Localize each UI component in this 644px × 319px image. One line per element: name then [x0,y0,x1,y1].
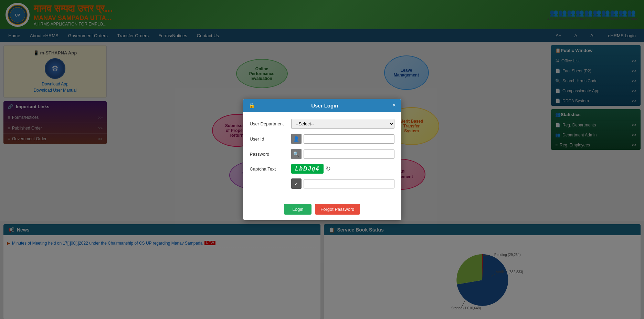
login-button[interactable]: Login [284,204,312,215]
userid-icon: 👤 [291,134,302,144]
userid-row: User Id 👤 [250,134,394,144]
userid-label: User Id [250,136,291,142]
captcha-input[interactable] [304,179,394,188]
forgot-password-button[interactable]: Forgot Password [315,204,360,215]
modal-header: 🔒 User Login × [243,99,401,112]
lock-icon: 🔒 [249,102,255,109]
department-row: User Department --Select-- [250,119,394,129]
captcha-display: LbDJq4 [291,164,324,174]
captcha-row: Captcha Text LbDJq4 ↻ [250,164,394,174]
modal-overlay: 🔒 User Login × User Department --Select-… [0,0,644,319]
captcha-input-row: ✓ [250,178,394,189]
password-icon: 🔍 [291,149,302,159]
password-row: Password 🔍 [250,149,394,159]
captcha-label: Captcha Text [250,166,291,172]
password-label: Password [250,152,291,157]
captcha-check-icon: ✓ [291,178,302,189]
modal-close-button[interactable]: × [392,102,395,109]
login-modal: 🔒 User Login × User Department --Select-… [243,99,401,220]
password-input[interactable] [304,150,394,159]
modal-footer: Login Forgot Password [243,200,401,220]
modal-title: User Login [311,103,338,109]
userid-input[interactable] [304,134,394,144]
modal-body: User Department --Select-- User Id 👤 Pas… [243,112,401,200]
captcha-refresh-button[interactable]: ↻ [326,165,331,173]
department-label: User Department [250,121,291,126]
department-select[interactable]: --Select-- [291,119,394,129]
